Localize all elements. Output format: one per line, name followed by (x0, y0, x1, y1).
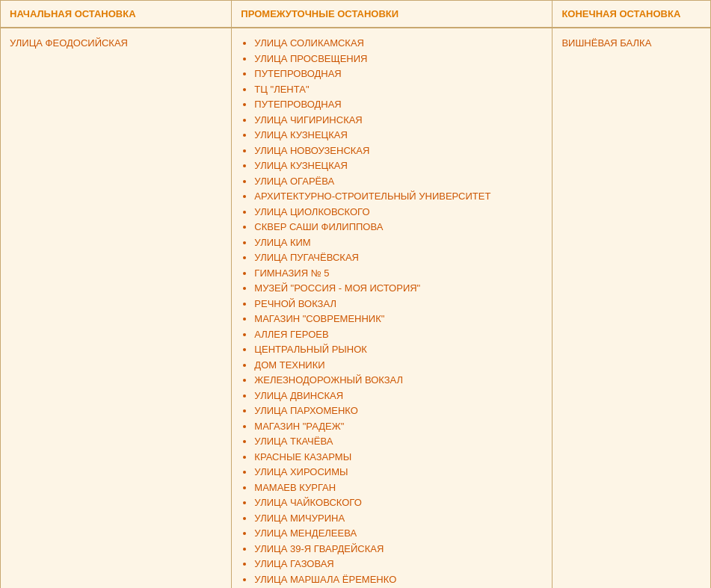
list-item: ЦЕНТРАЛЬНЫЙ РЫНОК (254, 342, 543, 357)
list-item: ТЦ "ЛЕНТА" (254, 82, 543, 97)
list-item: УЛИЦА ПАРХОМЕНКО (254, 403, 543, 418)
table-body: УЛИЦА ФЕОДОСИЙСКАЯ УЛИЦА СОЛИКАМСКАЯУЛИЦ… (1, 28, 710, 588)
list-item: МАГАЗИН "РАДЕЖ" (254, 419, 543, 434)
end-stop-value: ВИШНЁВАЯ БАЛКА (561, 37, 651, 49)
list-item: УЛИЦА ПРОСВЕЩЕНИЯ (254, 52, 543, 66)
list-item: УЛИЦА КИМ (254, 235, 543, 250)
list-item: ЖЕЛЕЗНОДОРОЖНЫЙ ВОКЗАЛ (254, 373, 543, 388)
list-item: ДОМ ТЕХНИКИ (254, 358, 543, 373)
cell-mid: УЛИЦА СОЛИКАМСКАЯУЛИЦА ПРОСВЕЩЕНИЯПУТЕПР… (232, 28, 553, 588)
list-item: УЛИЦА ТКАЧЁВА (254, 434, 543, 449)
list-item: МАМАЕВ КУРГАН (254, 480, 543, 495)
list-item: ГИМНАЗИЯ № 5 (254, 266, 543, 281)
list-item: УЛИЦА ОГАРЁВА (254, 174, 543, 189)
cell-start: УЛИЦА ФЕОДОСИЙСКАЯ (1, 28, 232, 588)
list-item: УЛИЦА ПУГАЧЁВСКАЯ (254, 250, 543, 265)
list-item: УЛИЦА СОЛИКАМСКАЯ (254, 36, 543, 51)
list-item: УЛИЦА ЧИГИРИНСКАЯ (254, 113, 543, 128)
list-item: КРАСНЫЕ КАЗАРМЫ (254, 450, 543, 465)
list-item: УЛИЦА МЕНДЕЛЕЕВА (254, 526, 543, 541)
start-stop-value: УЛИЦА ФЕОДОСИЙСКАЯ (10, 37, 128, 49)
list-item: АЛЛЕЯ ГЕРОЕВ (254, 327, 543, 342)
list-item: УЛИЦА МАРШАЛА ЁРЕМЕНКО (254, 572, 543, 587)
list-item: УЛИЦА КУЗНЕЦКАЯ (254, 158, 543, 173)
list-item: ПУТЕПРОВОДНАЯ (254, 97, 543, 112)
list-item: РЕЧНОЙ ВОКЗАЛ (254, 297, 543, 312)
list-item: МУЗЕЙ "РОССИЯ - МОЯ ИСТОРИЯ" (254, 281, 543, 296)
header-mid: ПРОМЕЖУТОЧНЫЕ ОСТАНОВКИ (232, 1, 553, 27)
list-item: УЛИЦА ЧАЙКОВСКОГО (254, 495, 543, 510)
list-item: УЛИЦА 39-Я ГВАРДЕЙСКАЯ (254, 542, 543, 557)
list-item: УЛИЦА ГАЗОВАЯ (254, 557, 543, 572)
header-end: КОНЕЧНАЯ ОСТАНОВКА (553, 1, 710, 27)
cell-end: ВИШНЁВАЯ БАЛКА (553, 28, 710, 588)
list-item: УЛИЦА МИЧУРИНА (254, 511, 543, 526)
list-item: УЛИЦА НОВОУЗЕНСКАЯ (254, 143, 543, 158)
list-item: АРХИТЕКТУРНО-СТРОИТЕЛЬНЫЙ УНИВЕРСИТЕТ (254, 189, 543, 204)
route-table: НАЧАЛЬНАЯ ОСТАНОВКА ПРОМЕЖУТОЧНЫЕ ОСТАНО… (0, 0, 711, 588)
list-item: СКВЕР САШИ ФИЛИППОВА (254, 220, 543, 235)
list-item: УЛИЦА ЦИОЛКОВСКОГО (254, 205, 543, 220)
list-item: УЛИЦА ДВИНСКАЯ (254, 389, 543, 403)
list-item: УЛИЦА КУЗНЕЦКАЯ (254, 128, 543, 143)
list-item: МАГАЗИН "СОВРЕМЕННИК" (254, 312, 543, 327)
mid-stops-list: УЛИЦА СОЛИКАМСКАЯУЛИЦА ПРОСВЕЩЕНИЯПУТЕПР… (241, 36, 543, 588)
table-header: НАЧАЛЬНАЯ ОСТАНОВКА ПРОМЕЖУТОЧНЫЕ ОСТАНО… (1, 1, 710, 28)
list-item: ПУТЕПРОВОДНАЯ (254, 66, 543, 81)
list-item: УЛИЦА ХИРОСИМЫ (254, 465, 543, 480)
header-start: НАЧАЛЬНАЯ ОСТАНОВКА (1, 1, 232, 27)
